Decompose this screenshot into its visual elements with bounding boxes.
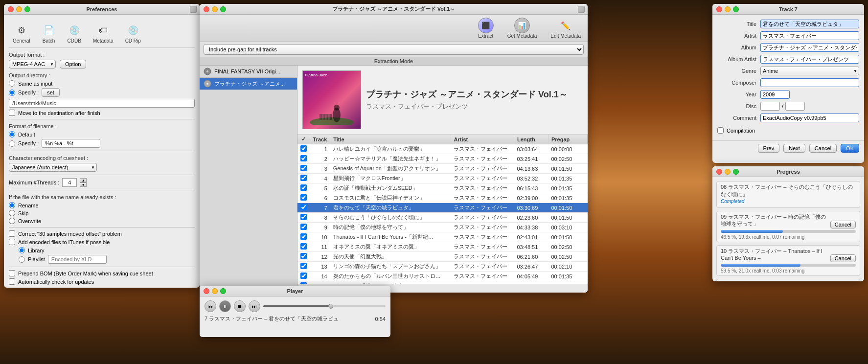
player-close-btn[interactable]	[204, 288, 209, 294]
cddb-toolbar-btn[interactable]: 💿 CDDB	[64, 22, 85, 46]
move-to-dest-checkbox[interactable]	[9, 110, 15, 116]
track-check-3[interactable]	[297, 174, 310, 183]
thread-stepper[interactable]: ▲ ▼	[80, 178, 87, 187]
specify-radio[interactable]	[9, 90, 15, 96]
disc-list-item-0[interactable]: FINAL FANTASY VII Origi...	[200, 66, 297, 78]
get-metadata-btn[interactable]: 📊 Get Metadata	[504, 17, 540, 40]
track7-close-btn[interactable]	[716, 6, 722, 12]
track-checkbox-8[interactable]	[300, 224, 307, 230]
thread-count-input[interactable]	[62, 178, 77, 187]
specify-format-radio[interactable]	[9, 140, 15, 147]
close-button[interactable]	[8, 6, 14, 12]
player-minimize-btn[interactable]	[212, 288, 218, 294]
table-row[interactable]: 3 Genesis of Aquarion「創聖のアクエリオン」 ラスマス・フェ…	[297, 164, 588, 174]
batch-toolbar-btn[interactable]: 📄 Batch	[38, 22, 60, 46]
player-prev-btn[interactable]: ⏮	[205, 300, 216, 312]
table-row[interactable]: 10 Thanatos - If I Can't Be Yours -「新世紀……	[297, 232, 588, 242]
progress-maximize-btn[interactable]	[733, 169, 739, 175]
track-check-11[interactable]	[297, 252, 310, 262]
skip-radio[interactable]	[9, 210, 15, 216]
table-row[interactable]: 7 君をのせて「天空の城ラピュタ」 ラスマス・フェイバー 03:30:69 00…	[297, 203, 588, 213]
artist-field-input[interactable]	[760, 31, 859, 40]
track-checkbox-0[interactable]	[300, 145, 307, 152]
track-check-5[interactable]	[297, 193, 310, 203]
metadata-toolbar-btn[interactable]: 🏷 Metadata	[89, 22, 117, 46]
track-checkbox-7[interactable]	[300, 214, 307, 220]
main-resize-handle[interactable]	[578, 6, 585, 13]
table-row[interactable]: 12 光の天使「幻魔大戦」 ラスマス・フェイバー 06:21:60 00:02:…	[297, 252, 588, 262]
compilation-checkbox[interactable]	[717, 127, 724, 134]
correct-30-checkbox[interactable]	[9, 230, 15, 237]
album-artist-field-input[interactable]	[760, 55, 859, 64]
table-row[interactable]: 2 ハッピー☆マテリアル「魔法先生ネギま！」 ラスマス・フェイバー 03:25:…	[297, 154, 588, 164]
edit-metadata-btn[interactable]: ✏️ Edit Metadata	[548, 17, 584, 40]
genre-select[interactable]: Anime	[760, 67, 859, 75]
progress-minimize-btn[interactable]	[725, 169, 731, 175]
track-checkbox-11[interactable]	[300, 253, 307, 259]
track-check-4[interactable]	[297, 183, 310, 193]
cancel-button[interactable]: Cancel	[809, 144, 837, 153]
library-radio[interactable]	[19, 247, 25, 253]
table-row[interactable]: 14 炎のたからもの「ルパン三世カリオストロ… ラスマス・フェイバー 04:05…	[297, 272, 588, 281]
resize-handle[interactable]	[190, 6, 197, 13]
stepper-down[interactable]: ▼	[80, 182, 87, 187]
prev-button[interactable]: Prev	[758, 144, 780, 153]
add-encoded-checkbox[interactable]	[9, 239, 15, 245]
encoding-select[interactable]: Japanese (Auto-detect)	[9, 163, 97, 172]
main-maximize-btn[interactable]	[220, 6, 226, 12]
track-checkbox-9[interactable]	[300, 233, 307, 240]
progress-09-cancel-btn[interactable]: Cancel	[830, 221, 856, 228]
player-slider-thumb[interactable]	[328, 304, 333, 309]
year-field-input[interactable]	[760, 90, 790, 99]
table-row[interactable]: 4 星間飛行「マクロスFrontier」 ラスマス・フェイバー 03:52:32…	[297, 174, 588, 183]
encoding-select-wrapper[interactable]: Japanese (Auto-detect)	[9, 163, 97, 172]
track-check-2[interactable]	[297, 164, 310, 174]
next-button[interactable]: Next	[783, 144, 805, 153]
track7-maximize-btn[interactable]	[733, 6, 739, 12]
disc-list-item-1[interactable]: プラチナ・ジャズ ～アニメ...	[200, 78, 297, 90]
cdrip-toolbar-btn[interactable]: 💿 CD Rip	[121, 22, 145, 46]
extract-btn[interactable]: ⬛ Extract	[475, 17, 497, 40]
same-as-input-radio[interactable]	[9, 80, 15, 87]
track-check-1[interactable]	[297, 154, 310, 164]
table-row[interactable]: 13 リンゴの森の子猫たち「スプーンおばさん」 ラスマス・フェイバー 03:26…	[297, 262, 588, 272]
table-row[interactable]: 1 ハレ晴レユカイ「涼宮ハルヒの憂鬱」 ラスマス・フェイバー 03:03:64 …	[297, 144, 588, 154]
playlist-input[interactable]	[48, 255, 107, 264]
playlist-radio[interactable]	[19, 256, 25, 263]
player-maximize-btn[interactable]	[220, 288, 226, 294]
track-checkbox-12[interactable]	[300, 263, 307, 269]
minimize-button[interactable]	[16, 6, 22, 12]
overwrite-radio[interactable]	[9, 218, 15, 224]
track-check-9[interactable]	[297, 232, 310, 242]
format-field[interactable]	[42, 139, 100, 148]
genre-select-wrapper[interactable]: Anime ▼	[760, 67, 859, 75]
track-check-8[interactable]	[297, 223, 310, 232]
auto-check-checkbox[interactable]	[9, 278, 15, 285]
track-check-0[interactable]	[297, 144, 310, 154]
table-row[interactable]: 9 時の記憶「僕の地球を守って」 ラスマス・フェイバー 04:33:38 00:…	[297, 223, 588, 232]
track-checkbox-3[interactable]	[300, 175, 307, 181]
maximize-button[interactable]	[24, 6, 30, 12]
set-button[interactable]: set	[42, 88, 60, 97]
default-format-radio[interactable]	[9, 131, 15, 137]
composer-field-input[interactable]	[760, 78, 859, 87]
table-row[interactable]: 6 コスモスに君と「伝説巨神イデオン」 ラスマス・フェイバー 02:39:00 …	[297, 193, 588, 203]
track-check-6[interactable]	[297, 203, 310, 213]
track-checkbox-5[interactable]	[300, 194, 307, 201]
general-toolbar-btn[interactable]: ⚙ General	[9, 22, 34, 46]
main-close-btn[interactable]	[204, 6, 209, 12]
track-checkbox-4[interactable]	[300, 184, 307, 191]
track-check-13[interactable]	[297, 272, 310, 281]
disc-input[interactable]	[760, 102, 780, 111]
output-format-select[interactable]: MPEG-4 AAC	[9, 60, 56, 68]
track-check-7[interactable]	[297, 213, 310, 223]
stepper-up[interactable]: ▲	[80, 178, 87, 182]
track-checkbox-6[interactable]	[300, 204, 307, 210]
player-stop-btn[interactable]: ⏹	[234, 300, 246, 312]
track-check-10[interactable]	[297, 242, 310, 252]
track-checkbox-13[interactable]	[300, 273, 307, 279]
table-row[interactable]: 5 水の証「機動戦士ガンダムSEED」 ラスマス・フェイバー 06:15:43 …	[297, 183, 588, 193]
progress-close-btn[interactable]	[716, 169, 722, 175]
comment-field-input[interactable]	[760, 114, 859, 122]
extraction-mode-select[interactable]: Include pre-gap for all tracks	[204, 44, 584, 55]
